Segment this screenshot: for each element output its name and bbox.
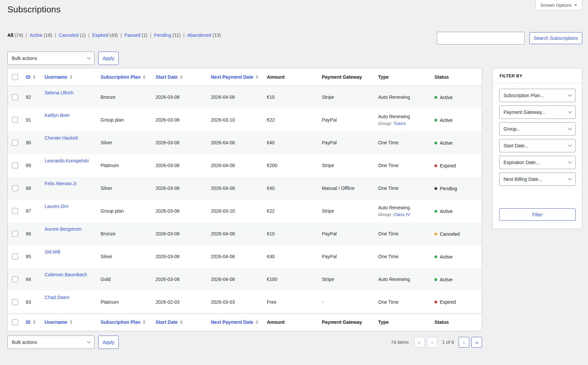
- apply-button[interactable]: Apply: [98, 52, 119, 65]
- row-checkbox[interactable]: [12, 253, 18, 260]
- apply-button-bottom[interactable]: Apply: [98, 336, 119, 349]
- cell-start: 2026-03-08: [153, 200, 208, 222]
- status-filter-count: (11): [173, 32, 181, 38]
- column-header-id[interactable]: ID: [23, 68, 42, 86]
- filter-select-value: Start Date...: [504, 143, 529, 148]
- cell-gateway: PayPal: [319, 245, 375, 268]
- username-link[interactable]: Kaitlyn.Beer: [45, 113, 70, 118]
- status-filter-label: Active: [30, 32, 42, 38]
- column-header-plan[interactable]: Subscription Plan: [98, 68, 153, 86]
- column-header-username[interactable]: Username: [42, 68, 98, 86]
- username-link[interactable]: Aurore.Bergstrom: [45, 226, 81, 232]
- last-page-button[interactable]: »: [471, 337, 482, 348]
- first-page-button[interactable]: «: [414, 337, 425, 348]
- filter-button[interactable]: Filter: [499, 208, 576, 221]
- table-footer: IDUsernameSubscription PlanStart DateNex…: [8, 313, 482, 331]
- cell-id: 86: [23, 222, 42, 245]
- row-checkbox[interactable]: [12, 276, 18, 282]
- select-all-checkbox[interactable]: [12, 74, 18, 80]
- cell-gateway: Manual / Offline: [319, 177, 375, 200]
- type-label: Auto Renewing: [378, 277, 429, 282]
- filter-select-payment-gateway[interactable]: Payment Gateway...: [499, 105, 576, 119]
- row-checkbox[interactable]: [12, 140, 18, 146]
- select-all-cell: [8, 68, 23, 86]
- chevron-down-icon: [568, 176, 572, 180]
- screen-options-button[interactable]: Screen Options ▼: [535, 0, 582, 10]
- column-header-type: Type: [375, 313, 432, 331]
- column-header-label: Subscription Plan: [101, 319, 140, 325]
- status-filter-pending[interactable]: Pending(11): [154, 32, 180, 38]
- status-filter-abandoned[interactable]: Abandoned(13): [187, 32, 221, 38]
- username-link[interactable]: Sid.Will: [45, 249, 60, 254]
- status-filter-label: Pending: [154, 32, 171, 38]
- cell-status: Active: [432, 268, 482, 291]
- username-link[interactable]: Coleman.Baumbach: [45, 272, 87, 277]
- status-filter-count: (13): [213, 32, 221, 38]
- search-subscriptions-button[interactable]: Search Subscriptions: [529, 32, 582, 44]
- filter-select-value: Expiration Date...: [504, 160, 539, 165]
- cell-amount: €100: [264, 268, 319, 291]
- status-filter-active[interactable]: Active(18): [30, 32, 52, 38]
- filter-select-group[interactable]: Group...: [499, 122, 576, 136]
- table-body: 92Selena.UllrichBronze2026-03-082026-04-…: [8, 86, 482, 313]
- row-checkbox[interactable]: [12, 185, 18, 191]
- group-link[interactable]: Class IV: [393, 212, 410, 217]
- filter-select-start-date[interactable]: Start Date...: [499, 139, 576, 152]
- username-link[interactable]: Chester.Hackett: [45, 135, 78, 141]
- filter-select-value: Payment Gateway...: [504, 110, 545, 115]
- group-line: Group: Tutors: [378, 121, 429, 126]
- column-header-username[interactable]: Username: [42, 313, 98, 331]
- username-link[interactable]: Leonardo.Konopelski: [45, 158, 89, 163]
- username-link[interactable]: Lauren.Orn: [45, 204, 68, 209]
- status-filter-expired[interactable]: Expired(43): [92, 32, 118, 38]
- row-checkbox[interactable]: [12, 162, 18, 168]
- column-header-next[interactable]: Next Payment Date: [208, 68, 264, 86]
- row-checkbox[interactable]: [12, 299, 18, 305]
- row-checkbox[interactable]: [12, 94, 18, 100]
- column-header-start[interactable]: Start Date: [153, 313, 208, 331]
- chevron-down-icon: ▼: [574, 3, 577, 7]
- next-page-button[interactable]: ›: [459, 337, 469, 348]
- bulk-actions-select[interactable]: Bulk actions: [7, 52, 95, 65]
- status-filter-count: (1): [80, 32, 85, 38]
- column-header-next[interactable]: Next Payment Date: [208, 313, 264, 331]
- separator: |: [88, 32, 90, 38]
- column-header-label: Next Payment Date: [211, 319, 253, 325]
- status-filter-all[interactable]: All(74): [7, 32, 23, 38]
- search-input[interactable]: [437, 32, 525, 45]
- row-checkbox[interactable]: [12, 208, 18, 214]
- bulk-actions-select-bottom[interactable]: Bulk actions: [7, 336, 95, 349]
- cell-gateway: Stripe: [319, 200, 375, 222]
- cell-status: Expired: [432, 154, 482, 177]
- username-link[interactable]: Selena.Ullrich: [45, 90, 73, 95]
- select-all-checkbox[interactable]: [12, 319, 18, 325]
- cell-status: Expired: [432, 291, 482, 313]
- cell-amount: €200: [264, 154, 319, 177]
- username-link[interactable]: Felix.Nienow.Jr.: [45, 181, 77, 186]
- status-label: Active: [440, 209, 453, 214]
- status-ring-icon: [434, 96, 437, 99]
- filter-select-next-billing-date[interactable]: Next Billing Date...: [499, 172, 576, 186]
- row-checkbox[interactable]: [12, 117, 18, 123]
- cell-next: 2026-04-08: [208, 245, 264, 268]
- filter-select-subscription-plan[interactable]: Subscription Plan...: [499, 89, 576, 102]
- column-header-id[interactable]: ID: [23, 313, 42, 331]
- column-header-plan[interactable]: Subscription Plan: [98, 313, 153, 331]
- column-header-start[interactable]: Start Date: [153, 68, 208, 86]
- cell-type: One Time: [375, 245, 432, 268]
- table-row: 88Felix.Nienow.Jr.Silver2026-03-082026-0…: [8, 177, 482, 200]
- filter-select-expiration-date[interactable]: Expiration Date...: [499, 156, 576, 169]
- separator: |: [26, 32, 27, 38]
- sort-arrows-icon: [180, 75, 183, 79]
- cell-id: 83: [23, 291, 42, 313]
- username-link[interactable]: Chad.Owen: [45, 295, 69, 300]
- subscriptions-table: IDUsernameSubscription PlanStart DateNex…: [8, 68, 482, 331]
- status-filter-paused[interactable]: Paused(1): [124, 32, 148, 38]
- status-badge: Expired: [434, 163, 456, 168]
- cell-id: 84: [23, 268, 42, 291]
- prev-page-button[interactable]: ‹: [427, 337, 437, 348]
- status-label: Active: [440, 254, 453, 260]
- row-checkbox[interactable]: [12, 231, 18, 237]
- group-link[interactable]: Tutors: [393, 121, 406, 126]
- status-filter-canceled[interactable]: Canceled(1): [59, 32, 85, 38]
